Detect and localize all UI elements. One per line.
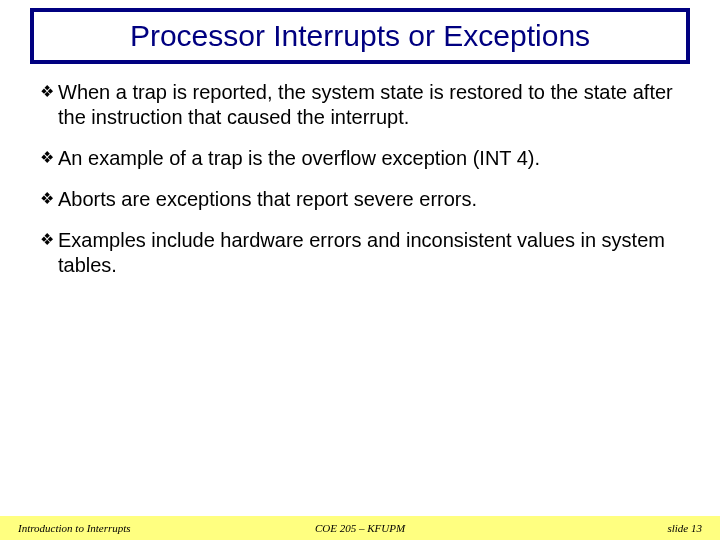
footer-left: Introduction to Interrupts <box>18 522 131 534</box>
footer-center: COE 205 – KFUPM <box>315 522 405 534</box>
bullet-item: ❖ Examples include hardware errors and i… <box>40 228 680 278</box>
diamond-bullet-icon: ❖ <box>40 80 58 104</box>
slide-footer: Introduction to Interrupts COE 205 – KFU… <box>0 516 720 540</box>
slide-content: ❖ When a trap is reported, the system st… <box>40 80 680 294</box>
bullet-text: Aborts are exceptions that report severe… <box>58 187 680 212</box>
footer-right: slide 13 <box>667 522 702 534</box>
slide-title: Processor Interrupts or Exceptions <box>130 19 590 53</box>
diamond-bullet-icon: ❖ <box>40 228 58 252</box>
title-inner: Processor Interrupts or Exceptions <box>34 12 686 60</box>
bullet-item: ❖ When a trap is reported, the system st… <box>40 80 680 130</box>
bullet-item: ❖ Aborts are exceptions that report seve… <box>40 187 680 212</box>
title-bar: Processor Interrupts or Exceptions <box>30 8 690 64</box>
diamond-bullet-icon: ❖ <box>40 187 58 211</box>
bullet-text: Examples include hardware errors and inc… <box>58 228 680 278</box>
bullet-text: When a trap is reported, the system stat… <box>58 80 680 130</box>
bullet-item: ❖ An example of a trap is the overflow e… <box>40 146 680 171</box>
bullet-text: An example of a trap is the overflow exc… <box>58 146 680 171</box>
diamond-bullet-icon: ❖ <box>40 146 58 170</box>
